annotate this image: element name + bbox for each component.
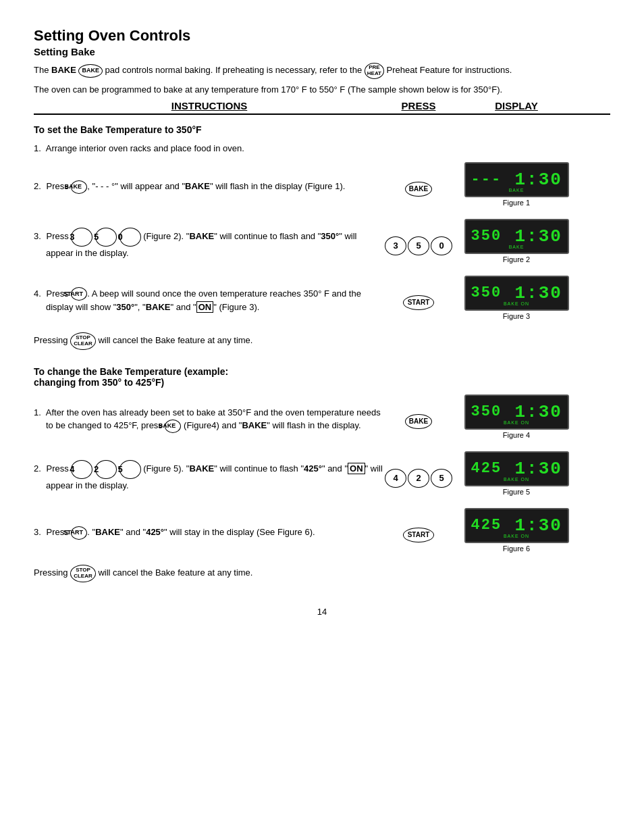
section1-step2: 2. Press BAKE, "- - - °" will appear and… bbox=[34, 180, 385, 194]
intro-paragraph-2: The oven can be programmed to bake at an… bbox=[34, 83, 610, 97]
bake-btn-s2s1: BAKE bbox=[165, 420, 181, 433]
fig6-label: Figure 6 bbox=[503, 544, 530, 553]
press-bake-s2s1: BAKE bbox=[405, 414, 432, 429]
section1-step1: 1. Arrange interior oven racks and place… bbox=[34, 142, 385, 155]
preheat-button-inline: PREHEAT bbox=[365, 63, 384, 79]
display-fig4: 350 1:30 BAKE ON bbox=[464, 395, 569, 430]
display-fig6-right: 1:30 bbox=[515, 515, 562, 536]
on-box-s2s2: ON bbox=[348, 463, 365, 474]
section1-heading-row: To set the Bake Temperature to 350°F bbox=[34, 119, 610, 139]
fig2-label: Figure 2 bbox=[503, 255, 530, 263]
bake-btn-step2: BAKE bbox=[71, 180, 87, 194]
section2-note: Pressing STOPCLEAR will cancel the Bake … bbox=[34, 565, 385, 582]
press-5-s2: 5 bbox=[431, 469, 452, 488]
display-fig5: 425 1:30 BAKE ON bbox=[464, 451, 569, 486]
section1-step1-row: 1. Arrange interior oven racks and place… bbox=[34, 142, 610, 159]
section1-note: Pressing STOPCLEAR will cancel the Bake … bbox=[34, 332, 385, 350]
press-5: 5 bbox=[408, 236, 429, 255]
page-title: Setting Oven Controls bbox=[34, 27, 610, 45]
display-fig2: 350 1:30 BAKE bbox=[464, 219, 569, 254]
stopclear-btn-s2: STOPCLEAR bbox=[70, 565, 96, 582]
display-fig2-left: 350 bbox=[471, 228, 515, 245]
display-fig2-right: 1:30 bbox=[515, 226, 562, 247]
display-fig3-left: 350 bbox=[471, 284, 515, 301]
section2-heading: To change the Bake Temperature (example:… bbox=[34, 366, 385, 388]
display-fig3: 350 1:30 BAKE ON bbox=[464, 276, 569, 311]
section1-step4: 4. Press START. A beep will sound once t… bbox=[34, 287, 385, 314]
section2-step2-row: 2. Press 4 2 5 (Figure 5). "BAKE" will c… bbox=[34, 451, 610, 505]
display-fig1: --- 1:30 BAKE bbox=[464, 162, 569, 197]
start-btn-s2: START bbox=[71, 526, 87, 540]
section2-note-row: Pressing STOPCLEAR will cancel the Bake … bbox=[34, 565, 610, 586]
press-bake-s1s2: BAKE bbox=[405, 182, 432, 197]
display-fig3-right: 1:30 bbox=[515, 283, 562, 303]
page-number: 14 bbox=[34, 607, 610, 617]
header-display: DISPLAY bbox=[452, 100, 581, 113]
fig3-label: Figure 3 bbox=[503, 312, 530, 320]
fig1-label: Figure 1 bbox=[503, 199, 530, 207]
press-4: 4 bbox=[385, 469, 406, 488]
press-3: 3 bbox=[385, 236, 406, 255]
btn-5-s2: 5 bbox=[119, 460, 141, 479]
fig4-label: Figure 4 bbox=[503, 431, 530, 439]
bake-button-inline: BAKE bbox=[78, 64, 103, 78]
press-350: 3 5 0 bbox=[385, 236, 452, 255]
display-fig4-label: BAKE ON bbox=[504, 420, 529, 425]
display-fig1-right: 1:30 bbox=[515, 170, 562, 190]
display-fig2-label: BAKE bbox=[509, 245, 525, 249]
btn-3-s1: 3 bbox=[71, 228, 92, 247]
section1-step3: 3. Press 3 5 0 (Figure 2). "BAKE" will c… bbox=[34, 228, 385, 260]
press-0: 0 bbox=[431, 236, 452, 255]
stopclear-btn-s1: STOPCLEAR bbox=[70, 332, 96, 350]
display-fig4-right: 1:30 bbox=[515, 402, 562, 422]
column-headers: INSTRUCTIONS PRESS DISPLAY bbox=[34, 100, 610, 115]
display-fig1-left: --- bbox=[471, 171, 515, 188]
btn-5-s1: 5 bbox=[95, 228, 117, 247]
display-fig6-left: 425 bbox=[471, 517, 515, 534]
section2-step1-row: 1. After the oven has already been set t… bbox=[34, 395, 610, 449]
display-fig6: 425 1:30 BAKE ON bbox=[464, 508, 569, 543]
section2-step2: 2. Press 4 2 5 (Figure 5). "BAKE" will c… bbox=[34, 460, 385, 492]
press-start-s1: START bbox=[403, 295, 435, 310]
press-start-s2: START bbox=[403, 528, 435, 542]
btn-0-s1: 0 bbox=[119, 228, 141, 247]
press-425: 4 2 5 bbox=[385, 469, 452, 488]
btn-4-s2: 4 bbox=[71, 460, 92, 479]
display-fig5-left: 425 bbox=[471, 460, 515, 477]
on-box-s1: ON bbox=[196, 301, 214, 313]
section1-heading: To set the Bake Temperature to 350°F bbox=[34, 119, 385, 139]
btn-2-s2: 2 bbox=[95, 460, 117, 479]
section1-step2-row: 2. Press BAKE, "- - - °" will appear and… bbox=[34, 162, 610, 216]
section1-step3-row: 3. Press 3 5 0 (Figure 2). "BAKE" will c… bbox=[34, 219, 610, 273]
display-fig4-left: 350 bbox=[471, 403, 515, 420]
section1-step4-row: 4. Press START. A beep will sound once t… bbox=[34, 276, 610, 330]
fig5-label: Figure 5 bbox=[503, 488, 530, 496]
start-btn-s1: START bbox=[71, 287, 87, 301]
section2-step3: 3. Press START. "BAKE" and "425°" will s… bbox=[34, 526, 385, 540]
display-fig6-label: BAKE ON bbox=[504, 534, 529, 538]
display-fig5-label: BAKE ON bbox=[504, 477, 529, 482]
section2-heading-row: To change the Bake Temperature (example:… bbox=[34, 361, 610, 392]
display-fig3-label: BAKE ON bbox=[504, 301, 529, 306]
section1-note-row: Pressing STOPCLEAR will cancel the Bake … bbox=[34, 332, 610, 354]
press-2: 2 bbox=[408, 469, 429, 488]
display-fig5-right: 1:30 bbox=[515, 459, 562, 479]
section-subtitle: Setting Bake bbox=[34, 46, 610, 57]
section2-step1: 1. After the oven has already been set t… bbox=[34, 406, 385, 433]
section2-step3-row: 3. Press START. "BAKE" and "425°" will s… bbox=[34, 508, 610, 562]
header-instructions: INSTRUCTIONS bbox=[34, 100, 385, 113]
header-press: PRESS bbox=[385, 100, 452, 113]
display-fig1-label: BAKE bbox=[509, 188, 525, 193]
intro-paragraph-1: The BAKE BAKE pad controls normal baking… bbox=[34, 63, 610, 79]
